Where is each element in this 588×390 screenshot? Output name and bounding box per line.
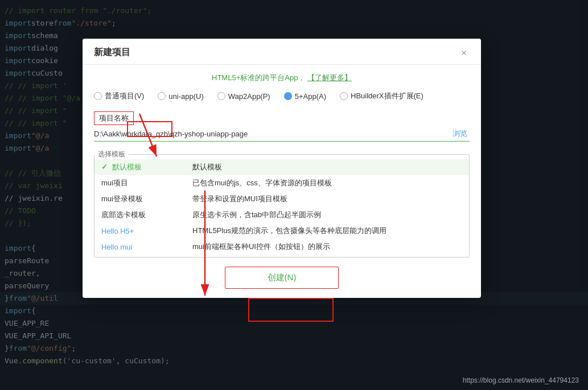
template-name: mui登录模板 bbox=[101, 194, 143, 203]
radio-circle-5plus bbox=[284, 92, 292, 100]
radio-normal[interactable]: 普通项目(V) bbox=[94, 91, 144, 101]
project-type-radio-group: 普通项目(V) uni-app(U) Wap2App(P) 5+App(A) H… bbox=[94, 91, 470, 101]
close-button[interactable]: × bbox=[458, 47, 470, 59]
template-row-default[interactable]: ✓ 默认模板 默认模板 bbox=[94, 159, 469, 175]
watermark: https://blog.csdn.net/weixin_44794123 bbox=[463, 376, 579, 384]
dialog-header: 新建项目 × bbox=[83, 39, 481, 65]
dialog-body: HTML5+标准的跨平台App， 【了解更多】 普通项目(V) uni-app(… bbox=[83, 65, 481, 298]
radio-label-hbuilderx: HBuilderX插件扩展(E) bbox=[351, 91, 423, 101]
field-input-row: 浏览 bbox=[94, 128, 470, 142]
radio-label-5plus: 5+App(A) bbox=[295, 92, 326, 101]
new-project-dialog: 新建项目 × HTML5+标准的跨平台App， 【了解更多】 普通项目(V) u… bbox=[83, 39, 481, 298]
template-name: Hello H5+ bbox=[101, 227, 134, 235]
template-row-muilogin[interactable]: mui登录模板 带登录和设置的MUI项目模板 bbox=[94, 191, 469, 207]
check-icon: ✓ bbox=[101, 163, 108, 171]
template-row-mui[interactable]: mui项目 已包含mui的js、css、字体资源的项目模板 bbox=[94, 175, 469, 191]
radio-circle-normal bbox=[94, 92, 102, 100]
radio-label-wap2app: Wap2App(P) bbox=[228, 92, 270, 101]
template-desc: HTML5Plus规范的演示，包含摄像头等各种底层能力的调用 bbox=[186, 223, 469, 239]
radio-uniapp[interactable]: uni-app(U) bbox=[158, 92, 203, 101]
template-legend: 选择模板 bbox=[94, 150, 129, 159]
radio-label-uniapp: uni-app(U) bbox=[168, 92, 203, 101]
radio-wap2app[interactable]: Wap2App(P) bbox=[217, 92, 270, 101]
template-row-helloh5[interactable]: Hello H5+ HTML5Plus规范的演示，包含摄像头等各种底层能力的调用 bbox=[94, 223, 469, 239]
template-row-hellomui[interactable]: Hello mui mui前端框架各种UI控件（如按钮）的展示 bbox=[94, 239, 469, 255]
subtitle-row: HTML5+标准的跨平台App， 【了解更多】 bbox=[94, 73, 470, 83]
template-name: Hello mui bbox=[101, 243, 132, 251]
browse-button[interactable]: 浏览 bbox=[450, 128, 470, 139]
learn-more-link[interactable]: 【了解更多】 bbox=[307, 73, 352, 82]
field-label-box: 项目名称 bbox=[94, 111, 134, 125]
create-button[interactable]: 创建(N) bbox=[225, 267, 339, 289]
button-row: 创建(N) bbox=[94, 267, 470, 289]
radio-circle-uniapp bbox=[158, 92, 166, 100]
template-section: 选择模板 ✓ 默认模板 默认模板 mui项目 已包含mui的js、 bbox=[94, 150, 470, 258]
dialog-title: 新建项目 bbox=[94, 47, 130, 59]
subtitle-text: HTML5+标准的跨平台App， bbox=[212, 73, 305, 82]
template-name: mui项目 bbox=[101, 179, 128, 187]
radio-hbuilderx[interactable]: HBuilderX插件扩展(E) bbox=[340, 91, 423, 101]
template-table: ✓ 默认模板 默认模板 mui项目 已包含mui的js、css、字体资源的项目模… bbox=[94, 159, 469, 255]
template-desc: 已包含mui的js、css、字体资源的项目模板 bbox=[186, 175, 469, 191]
template-desc: 原生选卡示例，含tab中部凸起半圆示例 bbox=[186, 207, 469, 223]
radio-label-normal: 普通项目(V) bbox=[105, 91, 144, 101]
template-name: 底部选卡模板 bbox=[101, 210, 146, 219]
project-path-input[interactable] bbox=[94, 130, 450, 138]
template-desc: 默认模板 bbox=[186, 159, 469, 175]
template-name: 默认模板 bbox=[112, 163, 142, 171]
template-desc: 带登录和设置的MUI项目模板 bbox=[186, 191, 469, 207]
project-name-section: 项目名称 浏览 bbox=[94, 111, 470, 142]
radio-circle-hbuilderx bbox=[340, 92, 348, 100]
field-label: 项目名称 bbox=[99, 114, 129, 122]
radio-5plus[interactable]: 5+App(A) bbox=[284, 92, 326, 101]
template-desc: mui前端框架各种UI控件（如按钮）的展示 bbox=[186, 239, 469, 255]
template-row-tabbar[interactable]: 底部选卡模板 原生选卡示例，含tab中部凸起半圆示例 bbox=[94, 207, 469, 223]
radio-circle-wap2app bbox=[217, 92, 225, 100]
